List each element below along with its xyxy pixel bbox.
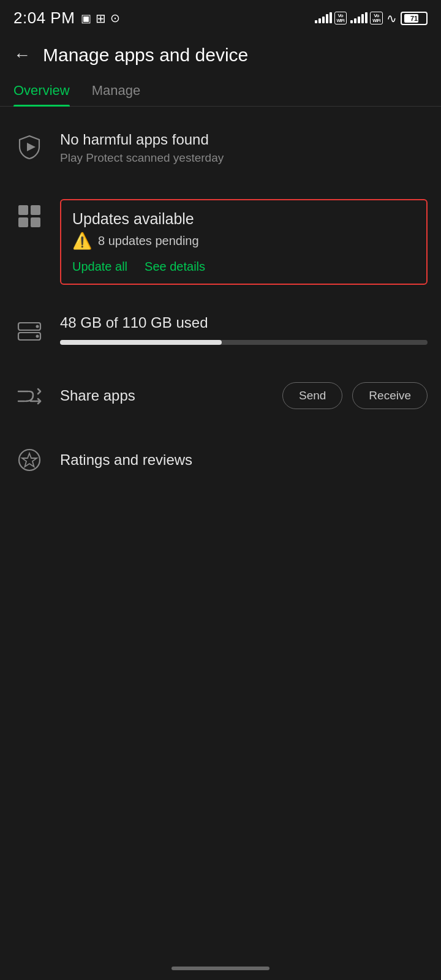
ratings-icon — [13, 444, 45, 476]
svg-marker-13 — [22, 453, 37, 467]
wifi-icon: ∿ — [386, 11, 397, 26]
updates-box: Updates available ⚠️ 8 updates pending U… — [60, 199, 428, 285]
status-left: 2:04 PM ▣ ⊞ ⊙ — [13, 9, 120, 28]
tab-manage[interactable]: Manage — [92, 77, 141, 106]
signal-bars-2 — [350, 12, 368, 23]
svg-rect-1 — [18, 205, 28, 215]
signal-group-1: Vo WiFi — [315, 12, 347, 25]
play-protect-title: No harmful apps found — [60, 130, 428, 149]
screen-icon: ▣ — [81, 12, 91, 25]
storage-content: 48 GB of 110 GB used — [60, 314, 428, 345]
warning-icon: ⚠️ — [72, 233, 92, 249]
send-button[interactable]: Send — [282, 382, 342, 409]
pending-text: 8 updates pending — [98, 234, 199, 248]
hash-icon: ⊞ — [96, 11, 106, 26]
storage-icon — [13, 315, 45, 347]
svg-rect-3 — [18, 217, 28, 227]
play-protect-subtitle: Play Protect scanned yesterday — [60, 151, 428, 165]
back-button[interactable]: ← — [13, 45, 31, 65]
storage-title: 48 GB of 110 GB used — [60, 314, 428, 331]
share-apps-title: Share apps — [60, 387, 282, 404]
play-protect-icon — [13, 131, 45, 163]
svg-rect-2 — [31, 205, 40, 215]
content: No harmful apps found Play Protect scann… — [0, 107, 441, 498]
tabs-container: Overview Manage — [0, 77, 441, 107]
svg-point-6 — [36, 325, 39, 328]
camera-icon: ⊙ — [110, 11, 120, 25]
update-all-button[interactable]: Update all — [72, 260, 127, 274]
share-buttons: Send Receive — [282, 382, 428, 409]
tab-overview[interactable]: Overview — [13, 77, 70, 106]
ratings-title: Ratings and reviews — [60, 450, 428, 469]
play-protect-content: No harmful apps found Play Protect scann… — [60, 130, 428, 165]
vo-wifi-badge-1: Vo WiFi — [334, 12, 347, 25]
svg-rect-4 — [31, 217, 40, 227]
header: ← Manage apps and device — [0, 34, 441, 77]
bottom-nav-bar — [172, 967, 270, 970]
ratings-section: Ratings and reviews — [0, 427, 441, 492]
storage-bar-container — [60, 340, 428, 345]
updates-icon — [13, 200, 45, 232]
status-time: 2:04 PM — [13, 9, 75, 28]
svg-marker-0 — [27, 143, 36, 151]
status-bar: 2:04 PM ▣ ⊞ ⊙ Vo WiFi — [0, 0, 441, 34]
storage-bar-fill — [60, 340, 222, 345]
battery-text: 71 — [402, 15, 426, 22]
share-apps-icon — [13, 380, 45, 412]
play-protect-section: No harmful apps found Play Protect scann… — [0, 113, 441, 182]
updates-pending-row: ⚠️ 8 updates pending — [72, 233, 415, 249]
page-title: Manage apps and device — [43, 45, 248, 66]
signal-group-2: Vo WiFi — [350, 12, 383, 25]
receive-button[interactable]: Receive — [352, 382, 428, 409]
signal-bars-1 — [315, 12, 332, 23]
svg-point-8 — [36, 335, 39, 338]
updates-section: Updates available ⚠️ 8 updates pending U… — [0, 182, 441, 302]
battery-indicator: 71 — [401, 12, 428, 25]
update-actions: Update all See details — [72, 260, 415, 274]
vo-wifi-badge-2: Vo WiFi — [370, 12, 383, 25]
ratings-content: Ratings and reviews — [60, 450, 428, 469]
share-content: Share apps Send Receive — [60, 382, 428, 409]
see-details-button[interactable]: See details — [145, 260, 205, 274]
status-icons: ▣ ⊞ ⊙ — [81, 11, 120, 26]
share-apps-section: Share apps Send Receive — [0, 364, 441, 427]
updates-title: Updates available — [72, 210, 415, 228]
status-right: Vo WiFi Vo WiFi ∿ 71 — [315, 11, 428, 26]
storage-section: 48 GB of 110 GB used — [0, 302, 441, 364]
